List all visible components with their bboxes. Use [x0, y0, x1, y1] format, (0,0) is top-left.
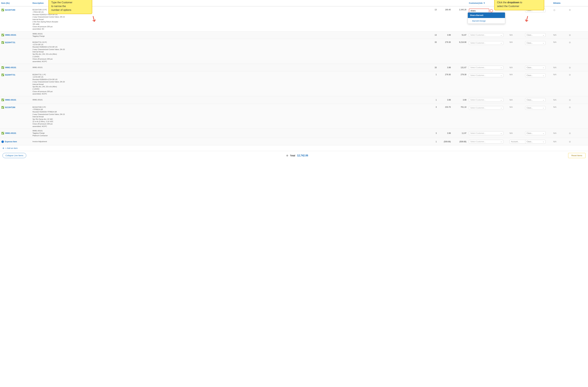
- customer-search-input[interactable]: [469, 9, 489, 13]
- customer-select[interactable]: Select Customer... ⌄: [469, 33, 503, 37]
- row-expand-icon[interactable]: ⊙: [569, 140, 571, 143]
- class-chevron-icon: ⌄: [543, 107, 544, 109]
- table-row: ✅ 99981-00101 99981-00101 Tagging Charge…: [0, 31, 588, 39]
- table-row: 🔵 Expense Item Invoice Adjustment 1 (509…: [0, 138, 588, 145]
- billable-cell[interactable]: N/A: [552, 73, 568, 77]
- table-row: ✅ B215HT290 B215HT290 3 PC +TFRB24-SR Re…: [0, 104, 588, 129]
- footer-bar: Collapse Line Items ⊕ Total 12,742.06 Re…: [0, 151, 588, 160]
- billable-cell[interactable]: N/A: [552, 40, 568, 44]
- total-section: ⊕ Total 12,742.06: [286, 154, 308, 157]
- class-select[interactable]: Class... ⌄: [525, 131, 546, 135]
- item-name-cell: ✅ 99981-00101: [0, 98, 31, 102]
- customer-cell[interactable]: Select Customer... ⌄: [468, 130, 508, 136]
- amount-cell: 11.97: [452, 131, 468, 135]
- billable-toggle[interactable]: ⊙: [553, 9, 555, 11]
- select-chevron-icon: ⌄: [501, 42, 502, 44]
- row-expand-icon[interactable]: ⊙: [569, 41, 571, 44]
- row-expand-icon[interactable]: ⊙: [569, 99, 571, 101]
- rate-cell: 3.99: [438, 98, 452, 102]
- customer-cell[interactable]: Select Customer... ⌄: [468, 97, 508, 103]
- class-select[interactable]: Class... ⌄: [525, 140, 546, 144]
- row-action-cell[interactable]: ⊙: [568, 98, 580, 102]
- customer-select[interactable]: Select Customer... ⌄: [469, 66, 503, 69]
- qty-cell: 33: [425, 65, 438, 70]
- customer-cell[interactable]: Select Customer... ⌄: [468, 73, 508, 78]
- customer-select[interactable]: Select Customer... ⌄: [469, 73, 503, 77]
- row-action-cell[interactable]: ⊙: [568, 40, 580, 44]
- dropdown-sub-item[interactable]: ·· Barnett Design: [468, 18, 505, 24]
- col-qty: [425, 1, 438, 5]
- check-icon: ✅: [1, 106, 4, 109]
- class-cell[interactable]: Class... ⌄: [524, 97, 552, 103]
- row-expand-icon[interactable]: ⊙: [569, 9, 571, 11]
- dropdown-chevron-icon[interactable]: ⌄: [490, 9, 493, 12]
- customer-select[interactable]: Select Customer... ⌄: [469, 41, 503, 45]
- rate-cell: 180.40: [438, 8, 452, 12]
- customer-select[interactable]: Select Customer... ⌄: [469, 106, 503, 110]
- row-expand-icon[interactable]: ⊙: [569, 106, 571, 108]
- table-row: ✅ B220HT731 B220HT731 1 PC +LF24-SR US R…: [0, 71, 588, 96]
- row-expand-icon[interactable]: ⊙: [569, 34, 571, 36]
- row-expand-icon[interactable]: ⊙: [569, 66, 571, 69]
- collapse-line-items-button[interactable]: Collapse Line Items: [2, 153, 26, 158]
- class-cell[interactable]: Class... ⌄: [524, 105, 552, 111]
- customer-dropdown[interactable]: Shara Barnett ·· Barnett Design: [468, 12, 505, 24]
- qty-cell: 13: [425, 33, 438, 37]
- class-cell[interactable]: Class... ⌄: [524, 65, 552, 70]
- row-action-cell[interactable]: ⊙: [568, 8, 580, 12]
- item-name-cell: ✅ 99981-00101: [0, 65, 31, 70]
- class-cell[interactable]: Class... ⌄: [524, 73, 552, 78]
- row-action-cell[interactable]: ⊙: [568, 33, 580, 37]
- customer-select[interactable]: Select Customer... ⌄: [469, 131, 503, 135]
- account-cell: N/A: [508, 40, 524, 44]
- col-actions: [568, 1, 580, 5]
- description-cell: Invoice Adjustment: [31, 139, 425, 144]
- account-cell[interactable]: Account... ⌄: [508, 139, 524, 145]
- class-select[interactable]: Class... ⌄: [525, 33, 546, 37]
- row-action-cell[interactable]: ⊙: [568, 65, 580, 70]
- billable-cell[interactable]: N/A: [552, 131, 568, 135]
- check-icon: ✅: [1, 132, 4, 135]
- row-action-cell[interactable]: ⊙: [568, 105, 580, 109]
- customer-cell[interactable]: Select Customer... ⌄: [468, 65, 508, 70]
- class-cell[interactable]: Class... ⌄: [524, 32, 552, 38]
- billable-cell[interactable]: N/A: [552, 105, 568, 109]
- customer-cell[interactable]: Select Customer... ⌄: [468, 139, 508, 145]
- class-select[interactable]: Class... ⌄: [525, 106, 546, 110]
- col-rate: [438, 1, 452, 5]
- class-select[interactable]: Class... ⌄: [525, 41, 546, 45]
- customer-cell[interactable]: Select Customer... ⌄: [468, 40, 508, 46]
- class-cell[interactable]: Class... ⌄: [524, 40, 552, 46]
- tooltip-click-dropdown: Click the dropdown toselect the Customer: [494, 0, 544, 10]
- customer-cell[interactable]: Select Customer... ⌄: [468, 32, 508, 38]
- billable-cell[interactable]: N/A: [552, 33, 568, 37]
- qty-cell: 13: [425, 8, 438, 12]
- reset-items-button[interactable]: Reset Items: [568, 153, 586, 158]
- billable-cell[interactable]: N/A: [552, 65, 568, 70]
- customer-select[interactable]: Select Customer... ⌄: [469, 98, 503, 102]
- row-action-cell[interactable]: ⊙: [568, 139, 580, 144]
- customer-cell[interactable]: Select Customer... ⌄: [468, 105, 508, 111]
- class-chevron-icon: ⌄: [543, 74, 544, 76]
- row-expand-icon[interactable]: ⊙: [569, 132, 571, 134]
- qty-cell: 3: [425, 105, 438, 109]
- customer-select[interactable]: Select Customer... ⌄: [469, 140, 503, 144]
- billable-cell[interactable]: ⊙: [552, 8, 568, 13]
- billable-cell[interactable]: N/A: [552, 98, 568, 102]
- billable-cell[interactable]: N/A: [552, 140, 568, 144]
- class-select[interactable]: Class... ⌄: [525, 66, 546, 69]
- dropdown-selected-item[interactable]: Shara Barnett: [468, 13, 505, 18]
- row-action-cell[interactable]: ⊙: [568, 131, 580, 135]
- total-expand-icon[interactable]: ⊕: [286, 154, 288, 157]
- class-select[interactable]: Class... ⌄: [525, 98, 546, 102]
- add-item-row[interactable]: ⊕ + Add an item: [0, 145, 588, 151]
- row-action-cell[interactable]: ⊙: [568, 73, 580, 77]
- rate-cell: 279.30: [438, 40, 452, 44]
- class-select[interactable]: Class... ⌄: [525, 73, 546, 77]
- select-chevron-icon: ⌄: [501, 74, 502, 76]
- row-expand-icon[interactable]: ⊙: [569, 73, 571, 76]
- class-cell[interactable]: Class... ⌄: [524, 139, 552, 145]
- class-cell[interactable]: Class... ⌄: [524, 130, 552, 136]
- total-label: Total: [290, 154, 295, 157]
- description-cell: 99981-00101: [31, 65, 425, 70]
